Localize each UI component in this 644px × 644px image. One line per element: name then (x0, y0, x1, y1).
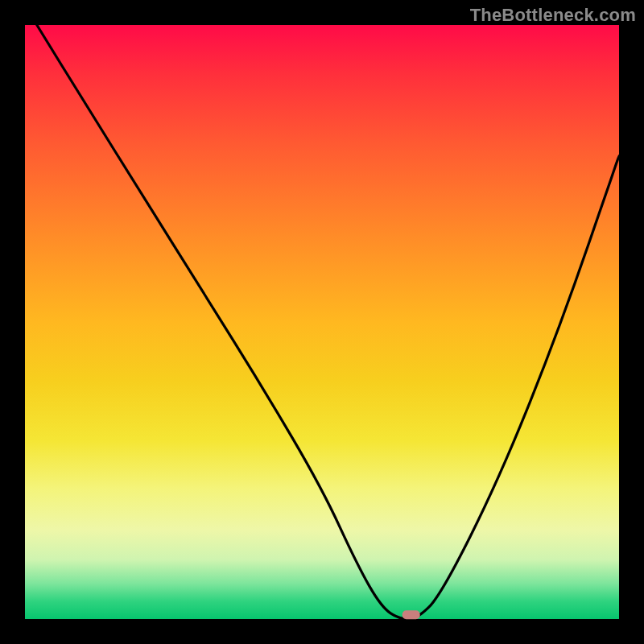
curve-svg (25, 25, 619, 619)
plot-area (25, 25, 619, 619)
watermark-text: TheBottleneck.com (470, 5, 636, 26)
bottleneck-curve (37, 25, 619, 619)
chart-frame: TheBottleneck.com (0, 0, 644, 644)
optimum-marker (402, 610, 420, 619)
